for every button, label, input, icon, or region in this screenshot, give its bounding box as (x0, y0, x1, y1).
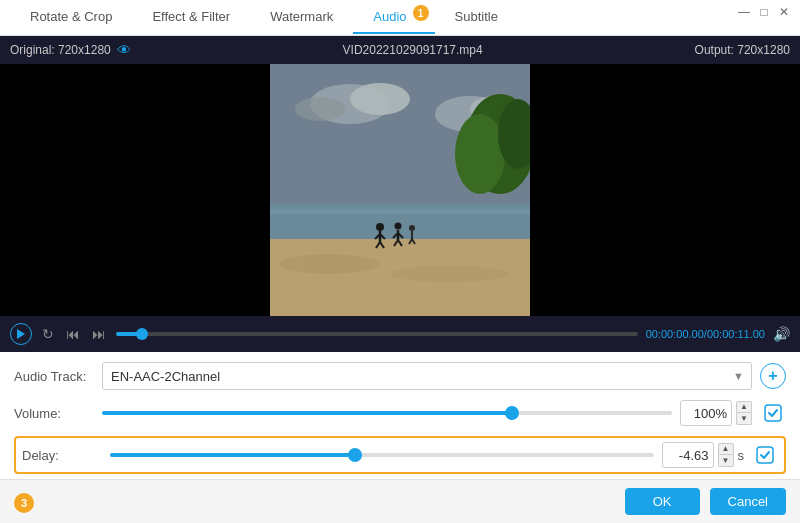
volume-fill (102, 411, 512, 415)
volume-down-button[interactable]: ▼ (736, 413, 752, 425)
svg-point-3 (295, 97, 345, 121)
delay-label: Delay: (22, 448, 102, 463)
volume-stepper: ▲ ▼ (736, 401, 752, 425)
video-original-info: Original: 720x1280 👁 (10, 42, 131, 58)
delay-value-wrapper: ▲ ▼ s (662, 442, 745, 468)
ok-button[interactable]: OK (625, 488, 700, 515)
delay-up-button[interactable]: ▲ (718, 443, 734, 455)
close-button[interactable]: ✕ (776, 4, 792, 20)
svg-point-14 (376, 223, 384, 231)
video-info-bar: Original: 720x1280 👁 VID20221029091717.m… (0, 36, 800, 64)
svg-rect-32 (757, 447, 773, 463)
tab-watermark[interactable]: Watermark (250, 1, 353, 34)
delay-row-wrapper: Delay: ▲ ▼ s (14, 436, 786, 474)
svg-point-20 (395, 223, 402, 230)
svg-rect-31 (765, 405, 781, 421)
audio-select-wrapper: EN-AAC-2Channel ▼ (102, 362, 752, 390)
tab-audio[interactable]: Audio 1 (353, 1, 434, 34)
audio-track-label: Audio Track: (14, 369, 94, 384)
delay-thumb (348, 448, 362, 462)
tab-bar: Rotate & Crop Effect & Filter Watermark … (0, 0, 800, 36)
audio-track-row: Audio Track: EN-AAC-2Channel ▼ + (14, 362, 786, 390)
delay-slider[interactable] (110, 453, 654, 457)
delay-value-input[interactable] (662, 442, 714, 468)
playback-controls: ↻ ⏮ ⏭ 00:00:00.00/00:00:11.00 🔊 (0, 316, 800, 352)
volume-value-input[interactable] (680, 400, 732, 426)
svg-rect-10 (270, 209, 530, 214)
volume-slider[interactable] (102, 411, 672, 415)
audio-track-select[interactable]: EN-AAC-2Channel (102, 362, 752, 390)
next-frame-button[interactable]: ⏭ (90, 324, 108, 344)
video-output-info: Output: 720x1280 (695, 43, 790, 57)
volume-value-wrapper: ▲ ▼ (680, 400, 752, 426)
maximize-button[interactable]: □ (756, 4, 772, 20)
volume-up-button[interactable]: ▲ (736, 401, 752, 413)
badge-3: 3 (14, 493, 34, 513)
svg-point-26 (409, 225, 415, 231)
play-button[interactable] (10, 323, 32, 345)
svg-point-7 (455, 114, 505, 194)
add-audio-button[interactable]: + (760, 363, 786, 389)
audio-badge: 1 (413, 5, 429, 21)
delay-row: Delay: ▲ ▼ s (22, 442, 778, 468)
cancel-button[interactable]: Cancel (710, 488, 786, 515)
eye-icon[interactable]: 👁 (117, 42, 131, 58)
progress-thumb (136, 328, 148, 340)
tab-effect-filter[interactable]: Effect & Filter (132, 1, 250, 34)
volume-thumb (505, 406, 519, 420)
delay-down-button[interactable]: ▼ (718, 455, 734, 467)
tab-subtitle[interactable]: Subtitle (435, 1, 518, 34)
bottom-bar: 3 OK Cancel (0, 479, 800, 523)
volume-icon[interactable]: 🔊 (773, 326, 790, 342)
delay-sync-button[interactable] (752, 442, 778, 468)
svg-marker-30 (17, 329, 25, 339)
volume-row: Volume: ▲ ▼ (14, 400, 786, 426)
delay-unit-label: s (738, 448, 745, 463)
delay-stepper: ▲ ▼ (718, 443, 734, 467)
video-frame (270, 64, 530, 316)
tab-rotate-crop[interactable]: Rotate & Crop (10, 1, 132, 34)
time-display: 00:00:00.00/00:00:11.00 (646, 328, 765, 340)
svg-point-2 (350, 83, 410, 115)
svg-point-12 (280, 254, 380, 274)
video-preview (0, 64, 800, 316)
title-bar: — □ ✕ (728, 0, 800, 24)
volume-sync-button[interactable] (760, 400, 786, 426)
loop-button[interactable]: ↻ (40, 324, 56, 344)
video-filename: VID20221029091717.mp4 (131, 43, 695, 57)
progress-track[interactable] (116, 332, 638, 336)
minimize-button[interactable]: — (736, 4, 752, 20)
prev-frame-button[interactable]: ⏮ (64, 324, 82, 344)
delay-fill (110, 453, 355, 457)
volume-label: Volume: (14, 406, 94, 421)
svg-point-13 (390, 266, 510, 282)
